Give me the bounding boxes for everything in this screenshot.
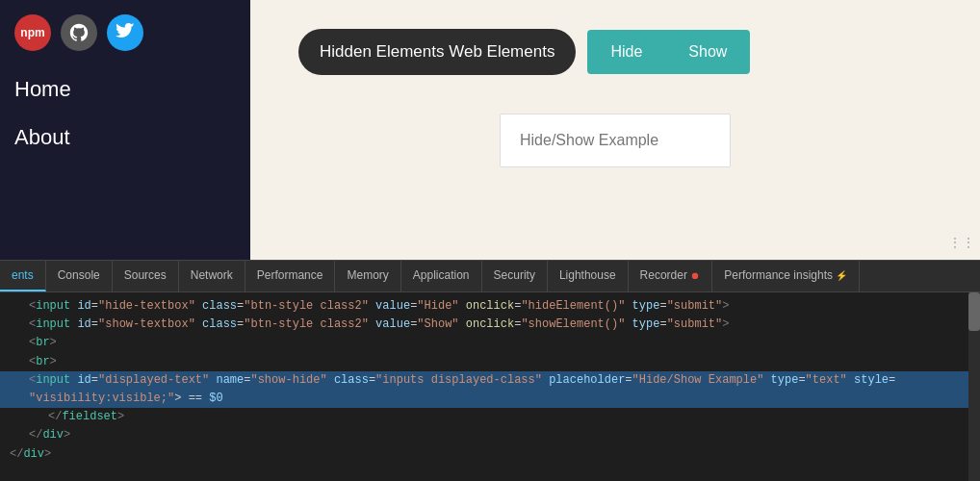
code-line-3: <br> (0, 334, 980, 352)
github-icon[interactable] (61, 14, 97, 51)
code-line-2: <input id="show-textbox" class="btn-styl… (0, 316, 980, 334)
demo-controls: Hidden Elements Web Elements Hide Show (298, 29, 932, 75)
tab-performance-insights[interactable]: Performance insights ⚡ (712, 261, 860, 291)
tab-sources[interactable]: Sources (113, 261, 179, 291)
tab-console[interactable]: Console (46, 261, 113, 291)
resize-handle: ⋮⋮ (948, 235, 975, 250)
sidebar-item-home[interactable]: Home (0, 65, 250, 114)
devtools-tabs: ents Console Sources Network Performance… (0, 261, 980, 292)
code-line-1: <input id="hide-textbox" class="btn-styl… (0, 297, 980, 316)
tab-application[interactable]: Application (401, 261, 482, 291)
code-line-9: </div> (0, 445, 980, 464)
twitter-icon[interactable] (107, 14, 143, 51)
tab-elements[interactable]: ents (0, 261, 46, 291)
code-line-5: <input id="displayed-text" name="show-hi… (0, 371, 980, 390)
perf-insights-icon: ⚡ (836, 270, 847, 281)
tab-network[interactable]: Network (179, 261, 245, 291)
recorder-record-icon: ⏺ (690, 270, 700, 281)
tab-security[interactable]: Security (482, 261, 548, 291)
demo-input[interactable] (500, 114, 731, 167)
code-line-4: <br> (0, 353, 980, 371)
tab-memory[interactable]: Memory (335, 261, 400, 291)
demo-label: Hidden Elements Web Elements (298, 29, 576, 75)
scrollbar-thumb[interactable] (968, 292, 980, 331)
tab-performance[interactable]: Performance (245, 261, 336, 291)
hide-button[interactable]: Hide (587, 30, 665, 74)
code-line-6: "visibility:visible;"> == $0 (0, 390, 980, 408)
main-content: Hidden Elements Web Elements Hide Show ⋮… (250, 0, 980, 260)
show-button[interactable]: Show (665, 30, 750, 74)
npm-icon[interactable]: npm (14, 14, 51, 51)
tab-lighthouse[interactable]: Lighthouse (548, 261, 629, 291)
sidebar-item-about[interactable]: About (0, 114, 250, 162)
devtools-content: <input id="hide-textbox" class="btn-styl… (0, 292, 980, 481)
devtools-panel: ents Console Sources Network Performance… (0, 260, 980, 481)
code-lines: <input id="hide-textbox" class="btn-styl… (0, 292, 980, 468)
code-line-7: </fieldset> (0, 408, 980, 426)
sidebar-navigation: Home About (0, 65, 250, 162)
sidebar: npm Home About (0, 0, 250, 260)
code-line-8: </div> (0, 426, 980, 444)
demo-input-container (298, 114, 932, 167)
tab-recorder[interactable]: Recorder ⏺ (629, 261, 713, 291)
sidebar-icons: npm (0, 10, 250, 65)
vertical-scrollbar[interactable] (968, 292, 980, 481)
